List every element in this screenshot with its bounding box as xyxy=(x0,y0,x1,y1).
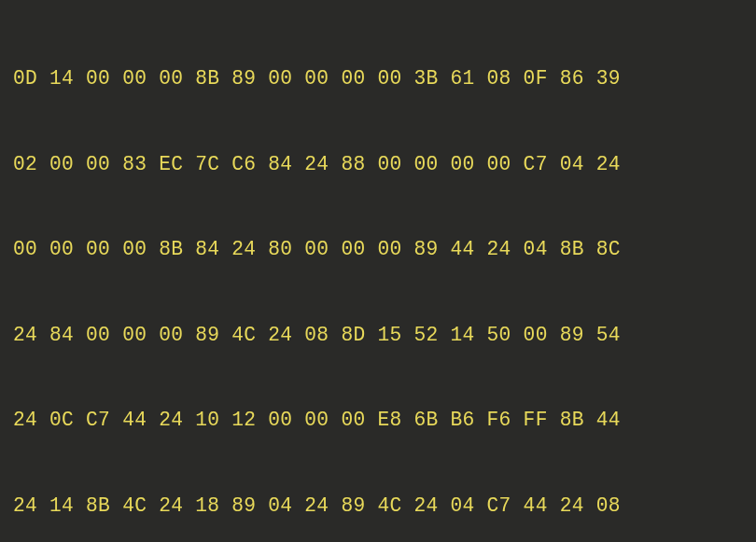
hex-dump: 0D 14 00 00 00 8B 89 00 00 00 00 3B 61 0… xyxy=(13,7,743,542)
hex-row: 02 00 00 83 EC 7C C6 84 24 88 00 00 00 0… xyxy=(13,150,743,179)
terminal-window: 0D 14 00 00 00 8B 89 00 00 00 00 3B 61 0… xyxy=(0,0,756,542)
hex-row: 24 0C C7 44 24 10 12 00 00 00 E8 6B B6 F… xyxy=(13,406,743,435)
hex-row: 24 84 00 00 00 89 4C 24 08 8D 15 52 14 5… xyxy=(13,321,743,350)
hex-row: 24 14 8B 4C 24 18 89 04 24 89 4C 24 04 C… xyxy=(13,492,743,521)
hex-row: 0D 14 00 00 00 8B 89 00 00 00 00 3B 61 0… xyxy=(13,64,743,93)
hex-row: 00 00 00 00 8B 84 24 80 00 00 00 89 44 2… xyxy=(13,235,743,264)
